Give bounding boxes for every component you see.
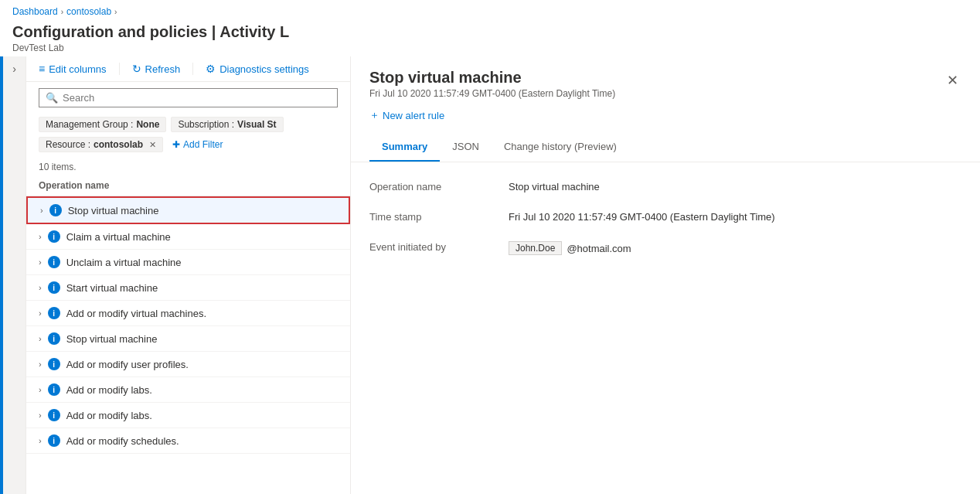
detail-content: Operation name Stop virtual machine Time… xyxy=(351,162,980,494)
field-label-event-initiated: Event initiated by xyxy=(369,241,509,253)
filter-subscription: Subscription : Visual St xyxy=(171,117,283,132)
detail-tabs: Summary JSON Change history (Preview) xyxy=(369,135,944,162)
row-expand-icon: › xyxy=(39,308,42,318)
field-label-operation-name: Operation name xyxy=(369,181,509,192)
plus-icon: ＋ xyxy=(369,108,379,122)
page-header: Configuration and policies | Activity L … xyxy=(0,23,980,56)
toolbar-separator xyxy=(119,63,120,75)
row-expand-icon: › xyxy=(39,411,42,420)
row-expand-icon: › xyxy=(39,257,42,267)
search-bar: 🔍 xyxy=(26,82,350,114)
diagnostics-icon: ⚙ xyxy=(206,63,216,75)
info-icon: i xyxy=(48,434,60,447)
detail-title: Stop virtual machine xyxy=(369,69,944,87)
tab-change-history[interactable]: Change history (Preview) xyxy=(492,135,629,162)
list-item[interactable]: › i Add or modify schedules. xyxy=(26,428,350,454)
diagnostics-settings-button[interactable]: ⚙ Diagnostics settings xyxy=(206,63,309,75)
sidebar-toggle[interactable]: › xyxy=(3,56,26,494)
search-input-wrap: 🔍 xyxy=(39,88,338,107)
list-item[interactable]: › i Stop virtual machine xyxy=(26,326,350,352)
page-title: Configuration and policies | Activity L xyxy=(12,23,968,41)
tab-json[interactable]: JSON xyxy=(440,135,492,162)
field-label-timestamp: Time stamp xyxy=(369,211,509,223)
list-item-text: Add or modify schedules. xyxy=(66,435,179,447)
detail-panel: Stop virtual machine Fri Jul 10 2020 11:… xyxy=(351,56,980,494)
breadcrumb-dashboard[interactable]: Dashboard xyxy=(12,6,58,17)
user-badge: John.Doe @hotmail.com xyxy=(509,241,631,255)
info-icon: i xyxy=(48,281,60,294)
page-subtitle: DevTest Lab xyxy=(12,43,968,53)
close-detail-button[interactable]: ✕ xyxy=(944,69,961,92)
info-icon: i xyxy=(48,332,60,345)
info-icon: i xyxy=(48,307,60,319)
edit-columns-button[interactable]: ≡ Edit columns xyxy=(39,63,107,75)
list-item[interactable]: › i Add or modify labs. xyxy=(26,377,350,403)
field-value-event-initiated: John.Doe @hotmail.com xyxy=(509,241,961,255)
row-expand-icon: › xyxy=(39,283,42,292)
operations-list: › i Stop virtual machine › i Claim a vir… xyxy=(26,196,350,494)
info-icon: i xyxy=(48,230,60,243)
left-panel: ≡ Edit columns ↻ Refresh ⚙ Diagnostics s… xyxy=(26,56,351,494)
sidebar-toggle-icon[interactable]: › xyxy=(12,63,16,75)
add-filter-button[interactable]: ✚ Add Filter xyxy=(168,137,227,152)
row-expand-icon: › xyxy=(39,334,42,343)
list-item[interactable]: › i Start virtual machine xyxy=(26,275,350,301)
detail-row-timestamp: Time stamp Fri Jul 10 2020 11:57:49 GMT-… xyxy=(369,211,961,223)
list-item[interactable]: › i Unclaim a virtual machine xyxy=(26,250,350,275)
list-item-text: Claim a virtual machine xyxy=(66,231,171,243)
refresh-button[interactable]: ↻ Refresh xyxy=(132,63,181,75)
list-item-text: Add or modify labs. xyxy=(66,384,152,396)
list-item[interactable]: › i Add or modify virtual machines. xyxy=(26,301,350,326)
new-alert-rule-button[interactable]: ＋ New alert rule xyxy=(369,108,444,131)
table-column-header: Operation name xyxy=(26,175,350,196)
remove-resource-filter-button[interactable]: ✕ xyxy=(149,140,156,150)
info-icon: i xyxy=(48,409,60,421)
detail-row-event-initiated: Event initiated by John.Doe @hotmail.com xyxy=(369,241,961,255)
toolbar-separator-2 xyxy=(192,63,193,75)
list-item[interactable]: › i Add or modify user profiles. xyxy=(26,352,350,377)
field-value-timestamp: Fri Jul 10 2020 11:57:49 GMT-0400 (Easte… xyxy=(509,211,961,223)
filter-resource: Resource : contosolab ✕ xyxy=(39,137,163,152)
refresh-icon: ↻ xyxy=(132,63,141,75)
filters-bar: Management Group : None Subscription : V… xyxy=(26,114,350,158)
detail-subtitle: Fri Jul 10 2020 11:57:49 GMT-0400 (Easte… xyxy=(369,88,944,99)
search-icon: 🔍 xyxy=(46,92,58,104)
search-input[interactable] xyxy=(63,92,331,104)
row-expand-icon: › xyxy=(39,385,42,394)
detail-row-operation-name: Operation name Stop virtual machine xyxy=(369,181,961,192)
user-name-badge: John.Doe xyxy=(509,241,562,255)
user-email: @hotmail.com xyxy=(567,243,631,254)
detail-title-area: Stop virtual machine Fri Jul 10 2020 11:… xyxy=(369,69,944,162)
list-item[interactable]: › i Stop virtual machine xyxy=(26,196,350,224)
toolbar: ≡ Edit columns ↻ Refresh ⚙ Diagnostics s… xyxy=(26,56,350,82)
list-item-text: Unclaim a virtual machine xyxy=(66,257,182,268)
info-icon: i xyxy=(49,204,62,216)
row-expand-icon: › xyxy=(39,232,42,241)
list-item[interactable]: › i Claim a virtual machine xyxy=(26,224,350,250)
row-expand-icon: › xyxy=(39,436,42,445)
list-item-text: Add or modify labs. xyxy=(66,410,152,421)
tab-summary[interactable]: Summary xyxy=(369,135,440,162)
filter-management-group: Management Group : None xyxy=(39,117,166,132)
edit-columns-icon: ≡ xyxy=(39,63,45,75)
list-item-text: Stop virtual machine xyxy=(68,205,159,216)
breadcrumb: Dashboard › contosolab › xyxy=(0,0,980,23)
breadcrumb-contosolab[interactable]: contosolab xyxy=(66,6,111,17)
add-filter-icon: ✚ xyxy=(172,139,180,150)
info-icon: i xyxy=(48,358,60,370)
row-expand-icon: › xyxy=(40,206,43,215)
detail-header: Stop virtual machine Fri Jul 10 2020 11:… xyxy=(351,56,980,162)
list-item-text: Start virtual machine xyxy=(66,282,158,294)
list-item[interactable]: › i Add or modify labs. xyxy=(26,403,350,428)
row-expand-icon: › xyxy=(39,359,42,369)
list-item-text: Add or modify user profiles. xyxy=(66,359,189,370)
items-count: 10 items. xyxy=(26,158,350,175)
info-icon: i xyxy=(48,256,60,268)
info-icon: i xyxy=(48,383,60,396)
field-value-operation-name: Stop virtual machine xyxy=(509,181,961,192)
list-item-text: Add or modify virtual machines. xyxy=(66,308,206,319)
list-item-text: Stop virtual machine xyxy=(66,333,158,345)
